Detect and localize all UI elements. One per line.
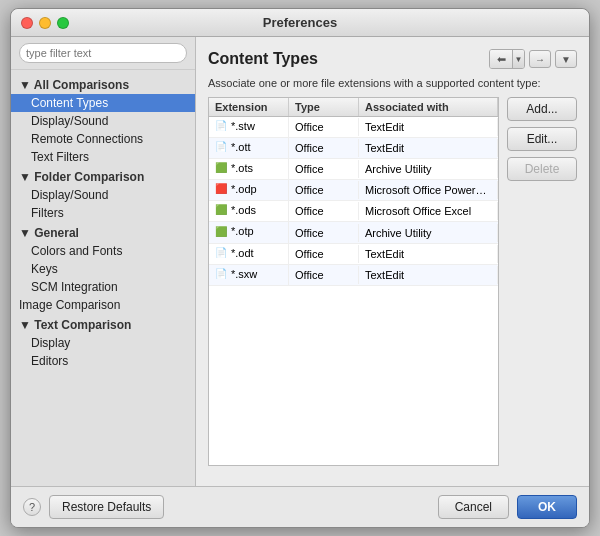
file-icon-8: 📄 — [215, 268, 229, 282]
action-buttons: Add... Edit... Delete — [507, 97, 577, 466]
maximize-button[interactable] — [57, 17, 69, 29]
table-header: Extension Type Associated with — [209, 98, 498, 117]
cell-ext-3: 🟩*.ots — [209, 159, 289, 179]
table-and-actions: Extension Type Associated with 📄*.stw Of… — [208, 97, 577, 466]
table-row[interactable]: 📄*.sxw Office TextEdit — [209, 265, 498, 286]
ok-button[interactable]: OK — [517, 495, 577, 519]
cell-ext-6: 🟩*.otp — [209, 222, 289, 242]
col-header-type: Type — [289, 98, 359, 116]
table-body: 📄*.stw Office TextEdit 📄*.ott Office Tex… — [209, 117, 498, 465]
table-row[interactable]: 🟩*.otp Office Archive Utility — [209, 222, 498, 243]
sidebar-item-editors[interactable]: Editors — [11, 352, 195, 370]
cancel-button[interactable]: Cancel — [438, 495, 509, 519]
table-row[interactable]: 📄*.ott Office TextEdit — [209, 138, 498, 159]
file-icon-5: 🟩 — [215, 204, 229, 218]
sidebar-item-display-sound-1[interactable]: Display/Sound — [11, 112, 195, 130]
cell-type-6: Office — [289, 224, 359, 242]
file-icon-4: 🟥 — [215, 183, 229, 197]
sidebar-item-display-tc[interactable]: Display — [11, 334, 195, 352]
sidebar: ▼ All Comparisons Content Types Display/… — [11, 37, 196, 486]
nav-back-button[interactable]: ⬅ ▼ — [489, 49, 525, 69]
tree-container: ▼ All Comparisons Content Types Display/… — [11, 70, 195, 486]
col-header-associated: Associated with — [359, 98, 498, 116]
sidebar-item-all-comparisons[interactable]: ▼ All Comparisons — [11, 74, 195, 94]
panel-header: Content Types ⬅ ▼ → ▼ — [208, 49, 577, 69]
nav-back-icon[interactable]: ⬅ — [490, 50, 512, 68]
close-button[interactable] — [21, 17, 33, 29]
table-row[interactable]: 📄*.odt Office TextEdit — [209, 244, 498, 265]
sidebar-item-general[interactable]: ▼ General — [11, 222, 195, 242]
header-icons: ⬅ ▼ → ▼ — [489, 49, 577, 69]
cell-assoc-5: Microsoft Office Excel — [359, 202, 498, 220]
add-button[interactable]: Add... — [507, 97, 577, 121]
sidebar-item-content-types[interactable]: Content Types — [11, 94, 195, 112]
nav-forward-button[interactable]: → — [529, 50, 551, 68]
sidebar-item-keys[interactable]: Keys — [11, 260, 195, 278]
sidebar-item-scm-integration[interactable]: SCM Integration — [11, 278, 195, 296]
cell-type-3: Office — [289, 160, 359, 178]
filter-input-wrap — [11, 37, 195, 70]
nav-back-arrow[interactable]: ▼ — [512, 50, 524, 68]
table-row[interactable]: 🟩*.ods Office Microsoft Office Excel — [209, 201, 498, 222]
edit-button[interactable]: Edit... — [507, 127, 577, 151]
cell-assoc-3: Archive Utility — [359, 160, 498, 178]
cell-assoc-7: TextEdit — [359, 245, 498, 263]
sidebar-item-filters[interactable]: Filters — [11, 204, 195, 222]
description-text: Associate one or more file extensions wi… — [208, 77, 577, 89]
table-row[interactable]: 🟥*.odp Office Microsoft Office PowerPoin… — [209, 180, 498, 201]
file-icon-6: 🟩 — [215, 226, 229, 240]
cell-assoc-6: Archive Utility — [359, 224, 498, 242]
window-title: Preferences — [263, 15, 337, 30]
cell-type-8: Office — [289, 266, 359, 284]
cell-type-2: Office — [289, 139, 359, 157]
col-header-extension: Extension — [209, 98, 289, 116]
file-icon-2: 📄 — [215, 141, 229, 155]
cell-type-4: Office — [289, 181, 359, 199]
table-row[interactable]: 📄*.stw Office TextEdit — [209, 117, 498, 138]
sidebar-item-remote-connections[interactable]: Remote Connections — [11, 130, 195, 148]
cell-ext-2: 📄*.ott — [209, 138, 289, 158]
nav-dropdown-button[interactable]: ▼ — [555, 50, 577, 68]
help-button[interactable]: ? — [23, 498, 41, 516]
sidebar-item-text-filters[interactable]: Text Filters — [11, 148, 195, 166]
minimize-button[interactable] — [39, 17, 51, 29]
file-icon-3: 🟩 — [215, 162, 229, 176]
cell-ext-1: 📄*.stw — [209, 117, 289, 137]
cell-assoc-1: TextEdit — [359, 118, 498, 136]
filter-input[interactable] — [19, 43, 187, 63]
cell-type-1: Office — [289, 118, 359, 136]
table-row[interactable]: 🟩*.ots Office Archive Utility — [209, 159, 498, 180]
panel-title: Content Types — [208, 50, 318, 68]
cell-type-5: Office — [289, 202, 359, 220]
cell-type-7: Office — [289, 245, 359, 263]
sidebar-item-text-comparison[interactable]: ▼ Text Comparison — [11, 314, 195, 334]
delete-button[interactable]: Delete — [507, 157, 577, 181]
main-content: ▼ All Comparisons Content Types Display/… — [11, 37, 589, 486]
file-icon-1: 📄 — [215, 120, 229, 134]
cell-assoc-4: Microsoft Office PowerPoint — [359, 181, 498, 199]
dialog-buttons: Cancel OK — [438, 495, 577, 519]
cell-ext-8: 📄*.sxw — [209, 265, 289, 285]
sidebar-item-colors-fonts[interactable]: Colors and Fonts — [11, 242, 195, 260]
cell-assoc-2: TextEdit — [359, 139, 498, 157]
sidebar-item-folder-comparison[interactable]: ▼ Folder Comparison — [11, 166, 195, 186]
cell-ext-5: 🟩*.ods — [209, 201, 289, 221]
sidebar-item-display-sound-2[interactable]: Display/Sound — [11, 186, 195, 204]
restore-defaults-button[interactable]: Restore Defaults — [49, 495, 164, 519]
sidebar-item-image-comparison[interactable]: Image Comparison — [11, 296, 195, 314]
cell-ext-7: 📄*.odt — [209, 244, 289, 264]
file-icon-7: 📄 — [215, 247, 229, 261]
window-controls — [21, 17, 69, 29]
titlebar: Preferences — [11, 9, 589, 37]
content-types-table: Extension Type Associated with 📄*.stw Of… — [208, 97, 499, 466]
right-panel: Content Types ⬅ ▼ → ▼ Associate one or m… — [196, 37, 589, 486]
cell-assoc-8: TextEdit — [359, 266, 498, 284]
preferences-window: Preferences ▼ All Comparisons Content Ty… — [10, 8, 590, 528]
cell-ext-4: 🟥*.odp — [209, 180, 289, 200]
bottom-bar: ? Restore Defaults Cancel OK — [11, 486, 589, 527]
